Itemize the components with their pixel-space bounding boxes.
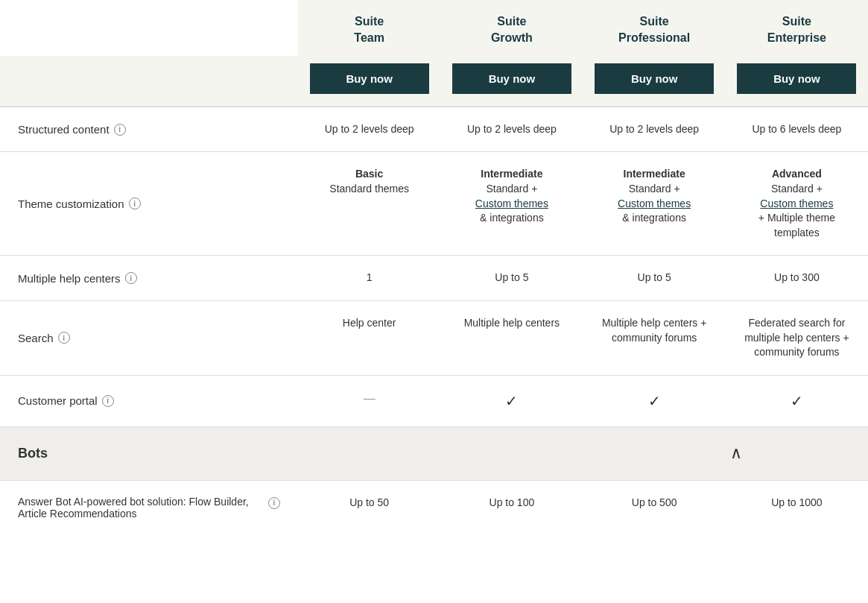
theme-professional-link[interactable]: Custom themes (618, 198, 691, 209)
structured-content-growth: Up to 2 levels deep (440, 107, 583, 152)
buy-growth-cell: Buy now (440, 56, 583, 94)
answer-bot-feature: Answer Bot AI-powered bot solution: Flow… (0, 481, 298, 534)
customer-portal-info-icon[interactable]: i (102, 395, 114, 407)
theme-team-desc: Standard themes (329, 183, 409, 195)
plan-growth-label: SuiteGrowth (446, 13, 577, 47)
bots-label-text: Bots (18, 446, 48, 461)
customer-portal-team-dash: — (364, 392, 376, 405)
help-centers-enterprise: Up to 300 (726, 256, 868, 300)
structured-content-feature: Structured content i (0, 107, 298, 152)
multiple-help-centers-feature: Multiple help centers i (0, 256, 298, 300)
answer-bot-professional: Up to 500 (583, 481, 726, 534)
search-info-icon[interactable]: i (58, 332, 70, 344)
search-row: Search i Help center Multiple help cente… (0, 300, 868, 375)
bots-spacer-3 (580, 427, 721, 480)
bots-section-header: Bots ∧ (0, 426, 868, 480)
customer-portal-team: — (298, 376, 440, 426)
theme-growth-desc1: Standard + (486, 183, 537, 195)
plan-header: SuiteTeam SuiteGrowth SuiteProfessional … (0, 0, 868, 56)
plan-team: SuiteTeam (298, 0, 440, 56)
theme-professional-desc1: Standard + (629, 183, 680, 195)
answer-bot-enterprise: Up to 1000 (726, 481, 868, 534)
bots-spacer-2 (439, 427, 580, 480)
multiple-help-centers-row: Multiple help centers i 1 Up to 5 Up to … (0, 255, 868, 300)
multiple-help-centers-label: Multiple help centers (18, 272, 121, 285)
buy-growth-button[interactable]: Buy now (452, 63, 571, 94)
customer-portal-feature: Customer portal i (0, 376, 298, 426)
answer-bot-info-icon[interactable]: i (268, 497, 280, 509)
answer-bot-cells: Up to 50 Up to 100 Up to 500 Up to 1000 (298, 481, 868, 534)
structured-content-label: Structured content (18, 123, 110, 136)
comparison-table: SuiteTeam SuiteGrowth SuiteProfessional … (0, 0, 868, 534)
plan-enterprise-label: SuiteEnterprise (732, 13, 862, 47)
feature-spacer (0, 0, 298, 56)
theme-enterprise-link[interactable]: Custom themes (760, 198, 833, 209)
bots-spacer-1 (298, 427, 439, 480)
bots-section-label: Bots (0, 427, 298, 480)
answer-bot-team: Up to 50 (298, 481, 440, 534)
multiple-help-centers-cells: 1 Up to 5 Up to 5 Up to 300 (298, 256, 868, 300)
theme-team: Basic Standard themes (298, 152, 440, 255)
buy-buttons-row: Buy now Buy now Buy now Buy now (0, 56, 868, 107)
bots-header-cells: ∧ (298, 427, 868, 480)
structured-content-info-icon[interactable]: i (114, 124, 126, 136)
search-cells: Help center Multiple help centers Multip… (298, 301, 868, 375)
structured-content-cells: Up to 2 levels deep Up to 2 levels deep … (298, 107, 868, 152)
multiple-help-centers-info-icon[interactable]: i (125, 272, 137, 284)
buy-spacer (0, 56, 298, 106)
answer-bot-label: Answer Bot AI-powered bot solution: Flow… (18, 496, 264, 520)
buy-team-cell: Buy now (298, 56, 440, 94)
customer-portal-cells: — ✓ ✓ ✓ (298, 376, 868, 426)
help-centers-growth: Up to 5 (440, 256, 583, 300)
bots-collapse-icon[interactable]: ∧ (730, 442, 853, 465)
theme-professional-level: Intermediate (624, 168, 685, 180)
customer-portal-professional-check: ✓ (648, 393, 661, 409)
theme-enterprise-desc2: + Multiple theme templates (758, 212, 835, 239)
structured-content-row: Structured content i Up to 2 levels deep… (0, 107, 868, 152)
buy-team-button[interactable]: Buy now (310, 63, 429, 94)
bots-toggle-cell: ∧ (721, 427, 868, 480)
help-centers-professional: Up to 5 (583, 256, 726, 300)
plan-team-label: SuiteTeam (304, 13, 434, 47)
theme-customization-row: Theme customization i Basic Standard the… (0, 151, 868, 255)
buy-cells: Buy now Buy now Buy now Buy now (298, 56, 868, 106)
search-label: Search (18, 332, 54, 344)
plan-professional: SuiteProfessional (583, 0, 726, 56)
theme-professional: Intermediate Standard + Custom themes & … (583, 152, 726, 255)
answer-bot-growth: Up to 100 (440, 481, 583, 534)
search-growth: Multiple help centers (440, 301, 583, 375)
customer-portal-enterprise: ✓ (726, 376, 868, 426)
theme-growth-level: Intermediate (481, 168, 542, 180)
customer-portal-growth: ✓ (440, 376, 583, 426)
answer-bot-row: Answer Bot AI-powered bot solution: Flow… (0, 480, 868, 534)
structured-content-professional: Up to 2 levels deep (583, 107, 726, 152)
theme-customization-label: Theme customization (18, 198, 124, 210)
theme-enterprise-desc1: Standard + (771, 183, 823, 195)
buy-professional-button[interactable]: Buy now (595, 63, 714, 94)
customer-portal-professional: ✓ (583, 376, 726, 426)
buy-enterprise-button[interactable]: Buy now (737, 63, 856, 94)
structured-content-team: Up to 2 levels deep (298, 107, 440, 152)
plan-names-row: SuiteTeam SuiteGrowth SuiteProfessional … (298, 0, 868, 56)
search-feature: Search i (0, 301, 298, 375)
search-enterprise: Federated search for multiple help cente… (726, 301, 868, 375)
plan-enterprise: SuiteEnterprise (726, 0, 868, 56)
theme-growth-link[interactable]: Custom themes (475, 198, 548, 209)
theme-customization-info-icon[interactable]: i (129, 198, 141, 209)
customer-portal-enterprise-check: ✓ (791, 393, 803, 409)
customer-portal-row: Customer portal i — ✓ ✓ ✓ (0, 375, 868, 426)
theme-customization-cells: Basic Standard themes Intermediate Stand… (298, 152, 868, 255)
search-team: Help center (298, 301, 440, 375)
plan-professional-label: SuiteProfessional (589, 13, 720, 47)
theme-enterprise: Advanced Standard + Custom themes + Mult… (726, 152, 868, 255)
search-professional: Multiple help centers + community forums (583, 301, 726, 375)
theme-team-level: Basic (355, 168, 383, 180)
buy-professional-cell: Buy now (583, 56, 726, 94)
customer-portal-label: Customer portal (18, 394, 98, 407)
buy-enterprise-cell: Buy now (726, 56, 868, 94)
theme-professional-desc2: & integrations (622, 212, 686, 224)
theme-customization-feature: Theme customization i (0, 152, 298, 255)
theme-growth-desc2: & integrations (480, 212, 544, 224)
structured-content-enterprise: Up to 6 levels deep (726, 107, 868, 152)
theme-growth: Intermediate Standard + Custom themes & … (440, 152, 583, 255)
